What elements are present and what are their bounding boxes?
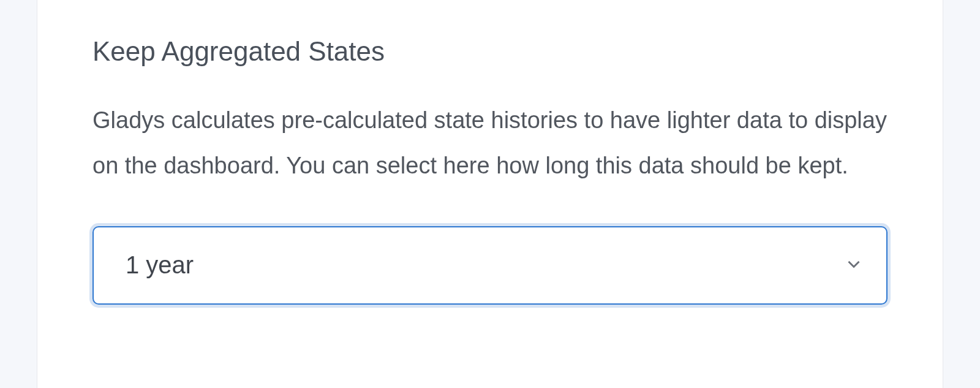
- settings-card: Keep Aggregated States Gladys calculates…: [37, 0, 943, 388]
- section-description: Gladys calculates pre-calculated state h…: [92, 97, 888, 188]
- section-title-keep-aggregated-states: Keep Aggregated States: [92, 36, 888, 68]
- page-background: Keep Aggregated States Gladys calculates…: [0, 0, 980, 388]
- retention-duration-select[interactable]: 1 year: [92, 226, 888, 305]
- retention-duration-selected-value: 1 year: [126, 251, 194, 279]
